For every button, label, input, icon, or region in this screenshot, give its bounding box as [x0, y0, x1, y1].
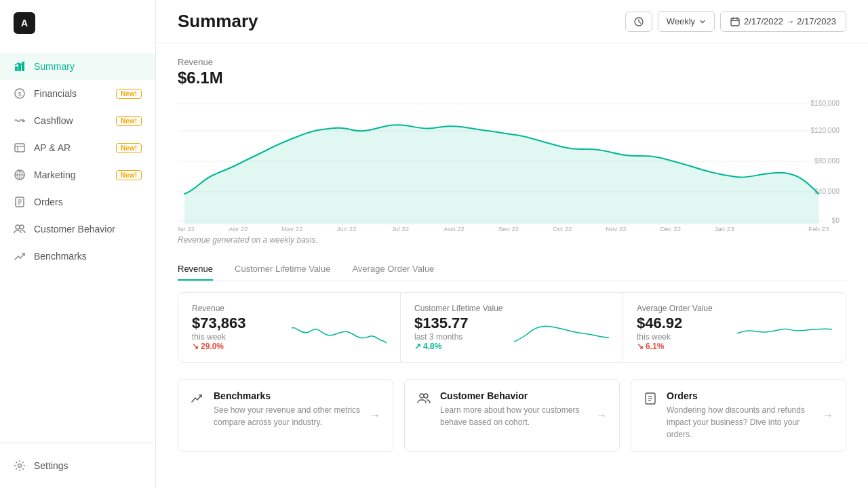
svg-point-45	[420, 394, 424, 398]
svg-text:Sep 22: Sep 22	[498, 225, 519, 231]
customer-behavior-icon	[14, 223, 26, 235]
mini-chart-clv	[514, 314, 609, 348]
sidebar-item-label: Orders	[34, 197, 63, 207]
svg-text:Jan 23: Jan 23	[715, 225, 734, 231]
tab-clv[interactable]: Customer Lifetime Value	[235, 258, 330, 281]
chart-note: Revenue generated on a weekly basis.	[178, 235, 846, 245]
sidebar-item-label: Customer Behavior	[34, 224, 115, 235]
svg-text:Apr 22: Apr 22	[229, 225, 248, 231]
svg-rect-19	[731, 18, 739, 26]
sidebar-item-label: AP & AR	[34, 142, 71, 153]
settings-icon	[14, 460, 26, 472]
orders-icon	[14, 196, 26, 208]
svg-text:$0: $0	[832, 217, 840, 224]
revenue-value: $6.1M	[178, 68, 846, 87]
metric-value-revenue: $73,863	[192, 314, 246, 332]
app-logo[interactable]: A	[14, 12, 35, 34]
sidebar-item-ap-ar[interactable]: AP & AR New!	[0, 134, 155, 161]
clock-icon	[634, 17, 644, 26]
svg-text:Jun 22: Jun 22	[337, 225, 357, 231]
quick-card-orders-desc: Wondering how discounts and refunds impa…	[667, 404, 814, 441]
sidebar-item-summary[interactable]: Summary	[0, 53, 155, 80]
svg-rect-1	[18, 64, 21, 71]
mini-chart-revenue	[292, 314, 387, 348]
svg-point-17	[18, 464, 22, 468]
svg-text:Jul 22: Jul 22	[391, 225, 409, 231]
metric-tabs: Revenue Customer Lifetime Value Average …	[178, 258, 846, 281]
page-title: Summary	[178, 11, 625, 32]
settings-label: Settings	[34, 460, 68, 471]
arrow-right-icon: →	[370, 409, 380, 422]
clock-button[interactable]	[625, 12, 652, 32]
quick-card-cb-desc: Learn more about how your customers beha…	[440, 404, 588, 428]
new-badge: New!	[116, 143, 142, 153]
quick-cards: Benchmarks See how your revenue and othe…	[178, 379, 846, 452]
tab-aov[interactable]: Average Order Value	[352, 258, 434, 281]
period-selector[interactable]: Weekly	[658, 11, 715, 32]
mini-chart-aov	[737, 314, 832, 348]
svg-point-16	[20, 225, 24, 229]
sidebar-item-benchmarks[interactable]: Benchmarks	[0, 243, 155, 270]
metric-change-aov: ↘ 6.1%	[637, 342, 682, 351]
top-controls: Weekly 2/17/2022 → 2/17/2023	[625, 11, 846, 32]
revenue-label: Revenue	[178, 57, 846, 67]
sidebar-item-marketing[interactable]: Marketing New!	[0, 161, 155, 188]
svg-text:Dec 22: Dec 22	[660, 225, 682, 231]
sidebar-logo: A	[0, 0, 155, 46]
metric-value-clv: $135.77	[414, 314, 469, 332]
arrow-up-icon: ↗	[414, 342, 421, 351]
quick-card-orders[interactable]: Orders Wondering how discounts and refun…	[631, 379, 846, 452]
quick-card-benchmarks[interactable]: Benchmarks See how your revenue and othe…	[178, 379, 393, 452]
marketing-icon	[14, 169, 26, 181]
sidebar-item-orders[interactable]: Orders	[0, 188, 155, 216]
svg-rect-5	[15, 144, 24, 152]
metric-card-aov: Average Order Value $46.92 this week ↘ 6…	[623, 293, 846, 362]
quick-card-benchmarks-content: Benchmarks See how your revenue and othe…	[214, 390, 361, 428]
arrow-down-icon: ↘	[192, 342, 199, 351]
sidebar-item-settings[interactable]: Settings	[14, 454, 142, 477]
benchmarks-card-icon	[191, 392, 205, 405]
quick-card-customer-behavior[interactable]: Customer Behavior Learn more about how y…	[404, 379, 620, 452]
metric-cards: Revenue $73,863 this week ↘ 29.0%	[178, 292, 846, 363]
metric-period-clv: last 3 months	[414, 332, 469, 342]
financials-icon: $	[14, 87, 26, 100]
svg-point-15	[16, 225, 20, 229]
sidebar: A Summary $ Financials	[0, 0, 156, 488]
metric-period-revenue: this week	[192, 332, 246, 342]
arrow-right-icon: →	[823, 409, 833, 422]
calendar-icon	[730, 17, 740, 26]
quick-card-benchmarks-title: Benchmarks	[214, 390, 361, 401]
svg-point-46	[424, 394, 428, 398]
metric-value-aov: $46.92	[637, 314, 682, 332]
sidebar-item-financials[interactable]: $ Financials New!	[0, 80, 155, 107]
arrow-down-icon: ↘	[637, 342, 644, 351]
svg-text:Nov 22: Nov 22	[606, 225, 627, 231]
benchmarks-icon	[14, 250, 26, 262]
sidebar-item-customer-behavior[interactable]: Customer Behavior	[0, 216, 155, 243]
orders-card-icon	[644, 392, 658, 405]
svg-text:$: $	[18, 91, 21, 98]
quick-card-cb-content: Customer Behavior Learn more about how y…	[440, 390, 588, 428]
main-chart: $160,000 $120,000 $80,000 $40,000 $0 Mar…	[178, 96, 846, 231]
revenue-header: Revenue $6.1M	[178, 57, 846, 87]
svg-rect-0	[15, 66, 18, 71]
content-area: Revenue $6.1M $160,000 $120,000 $80,000 …	[156, 43, 868, 474]
sidebar-item-cashflow[interactable]: Cashflow New!	[0, 107, 155, 134]
sidebar-nav: Summary $ Financials New! Cashflow Ne	[0, 46, 155, 443]
new-badge: New!	[116, 116, 142, 126]
svg-text:Aug 22: Aug 22	[443, 225, 465, 231]
chevron-down-icon	[699, 18, 706, 25]
customer-behavior-card-icon	[417, 392, 432, 405]
quick-card-orders-content: Orders Wondering how discounts and refun…	[667, 390, 814, 441]
quick-card-cb-title: Customer Behavior	[440, 390, 588, 401]
metric-card-clv: Customer Lifetime Value $135.77 last 3 m…	[401, 293, 623, 362]
quick-card-orders-title: Orders	[667, 390, 814, 401]
arrow-right-icon: →	[596, 409, 607, 422]
new-badge: New!	[116, 170, 142, 180]
ap-ar-icon	[14, 142, 26, 154]
date-range-button[interactable]: 2/17/2022 → 2/17/2023	[720, 11, 846, 32]
svg-text:Oct 22: Oct 22	[553, 225, 572, 231]
metric-card-revenue: Revenue $73,863 this week ↘ 29.0%	[178, 293, 401, 362]
tab-revenue[interactable]: Revenue	[178, 258, 213, 281]
sidebar-item-label: Cashflow	[34, 115, 73, 126]
